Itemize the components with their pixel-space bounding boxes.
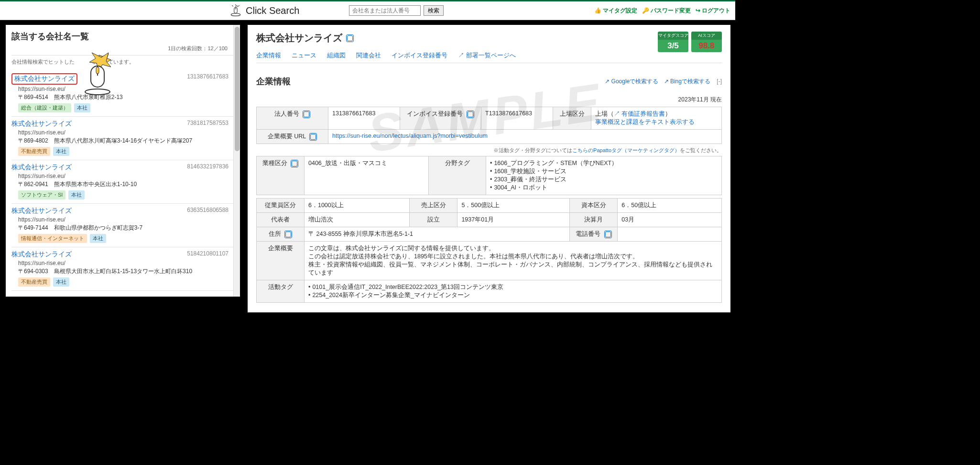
hojin-number: 6363516806588 (187, 207, 229, 213)
logout-link[interactable]: ↪ログアウト (696, 7, 730, 15)
company-name-link[interactable]: 株式会社サンライズ (11, 207, 72, 214)
tab-orgchart[interactable]: 組織図 (327, 51, 346, 60)
tab-news[interactable]: ニュース (292, 51, 316, 60)
value-fiscal-month: 03月 (618, 213, 722, 227)
copy-icon[interactable] (284, 231, 292, 238)
company-address: 〒694-0303 島根県大田市水上町白坏1-15-13タワー水上町白坏310 (18, 267, 237, 276)
thumbs-up-icon: 👍 (594, 7, 601, 14)
tab-invoice[interactable]: インボイス登録番号 (392, 51, 447, 60)
company-name-link[interactable]: 株式会社サンライズ (11, 73, 77, 85)
company-detail-panel: SAMPLE 株式会社サンライズ マイタグスコア 3/5 AIスコア 98.8 … (248, 25, 730, 312)
label-telephone: 電話番号 (576, 231, 600, 237)
field-tag-item: 2303_葬儀・終活サービス (490, 176, 718, 184)
external-link-icon: ↗ (614, 111, 620, 117)
search-input[interactable] (349, 5, 421, 16)
tab-related[interactable]: 関連会社 (356, 51, 381, 60)
top-links: 👍マイタグ設定 🔑パスワード変更 ↪ログアウト (594, 7, 730, 15)
value-invoice: T1313876617683 (481, 107, 553, 130)
category-badge: 本社 (74, 103, 90, 112)
label-field-tag: 分野タグ (429, 156, 486, 195)
value-activity-tags: 0101_展示会通信IT_2022_InterBEE2022:2023_第13回… (305, 280, 722, 303)
copy-icon[interactable] (303, 111, 310, 118)
value-industry: 0406_放送・出版・マスコミ (305, 156, 429, 195)
company-url: https://sun-rise.eu/ (18, 173, 237, 179)
google-search-link[interactable]: ↗ Googleで検索する (605, 78, 658, 85)
business-overview-link[interactable]: 事業概況と課題をテキスト表示する (595, 119, 695, 125)
tab-dept-list[interactable]: ↗ 部署一覧ページへ (458, 51, 516, 60)
value-employees: 6．1000以上 (305, 199, 410, 213)
company-address: 〒869-4802 熊本県八代郡氷川町高塚3-14-16ダイヤモンド高塚207 (18, 137, 237, 145)
field-tag-item: 3004_AI・ロボット (490, 184, 718, 192)
label-overview: 企業概要 (257, 242, 305, 280)
svg-line-3 (232, 5, 233, 6)
hojin-number: 1313876617683 (187, 73, 229, 80)
hojin-number: 5184210801107 (187, 250, 229, 257)
external-search-links: ↗ Googleで検索する ↗ Bingで検索する [-] (601, 78, 722, 86)
collapse-toggle[interactable]: [-] (717, 78, 722, 85)
field-tag-item: 1608_学校施設・サービス (490, 167, 718, 176)
value-representative: 増山浩次 (305, 213, 410, 227)
scrollbar[interactable] (233, 25, 240, 297)
search-button[interactable]: 検索 (424, 5, 444, 16)
hojin-number: 7381817587553 (187, 120, 229, 126)
hojin-number: 8146332197836 (187, 163, 229, 170)
overview-url-link[interactable]: https://sun-rise.eu/non/lectus/aliquam.j… (332, 133, 488, 139)
value-sales: 5．500億以上 (457, 199, 570, 213)
topbar: Click Search 検索 👍マイタグ設定 🔑パスワード変更 ↪ログアウト (0, 0, 735, 20)
password-change-link[interactable]: 🔑パスワード変更 (642, 7, 691, 15)
info-table-2: 業種区分 0406_放送・出版・マスコミ 分野タグ 1606_プログラミング・S… (256, 156, 722, 195)
copy-company-name-icon[interactable] (346, 34, 354, 42)
section-title: 企業情報 (256, 76, 291, 87)
company-title: 株式会社サンライズ (256, 32, 342, 44)
category-badge: 総合（建設・建築） (18, 103, 71, 112)
external-link-icon: ↗ (605, 78, 610, 85)
copy-icon[interactable] (604, 231, 612, 238)
mytag-settings-link[interactable]: 👍マイタグ設定 (594, 7, 637, 15)
key-icon: 🔑 (642, 7, 649, 14)
company-name-link[interactable]: 株式会社サンライズ (11, 120, 72, 127)
company-list-panel: 該当する会社名一覧 1日の検索回数：12／100 会社情報検索でヒットした 表示… (6, 25, 240, 297)
company-url: https://sun-rise.eu/ (18, 129, 237, 136)
as-of-date: 2023年11月 現在 (256, 96, 722, 104)
label-overview-url: 企業概要 URL (268, 133, 306, 140)
svg-line-4 (238, 5, 239, 6)
company-address: 〒862-0941 熊本県熊本市中央区出水1-10-10 (18, 180, 237, 188)
company-list-item: 株式会社サンライズ8146332197836https://sun-rise.e… (11, 160, 237, 204)
category-badge: 不動産売買 (18, 277, 50, 287)
ai-score-badge: AIスコア 98.8 (691, 32, 722, 52)
bing-search-link[interactable]: ↗ Bingで検索する (664, 78, 710, 85)
value-listing: 上場（↗ 有価証券報告書） 事業概況と課題をテキスト表示する (591, 107, 722, 130)
company-name-link[interactable]: 株式会社サンライズ (11, 163, 72, 171)
label-established: 設立 (410, 213, 457, 227)
value-field-tags: 1606_プログラミング・STEM（学びNEXT）1608_学校施設・サービス2… (486, 156, 722, 195)
mytag-score-badge: マイタグスコア 3/5 (658, 32, 688, 52)
activity-tag-item: 0101_展示会通信IT_2022_InterBEE2022:2023_第13回… (308, 283, 718, 291)
company-list-item: 株式会社サンライズ7381817587553https://sun-rise.e… (11, 117, 237, 160)
label-industry: 業種区分 (262, 160, 287, 166)
copy-icon[interactable] (467, 111, 474, 118)
category-badge: 本社 (90, 234, 106, 243)
copy-icon[interactable] (291, 160, 298, 167)
company-url: https://sun-rise.eu/ (18, 216, 237, 223)
company-name-link[interactable]: 株式会社サンライズ (11, 250, 72, 258)
logo: Click Search (229, 4, 299, 17)
detail-tabs: 企業情報 ニュース 組織図 関連会社 インボイス登録番号 ↗ 部署一覧ページへ (256, 51, 722, 63)
label-capital: 資本区分 (570, 199, 618, 213)
category-badge: 本社 (53, 147, 69, 156)
tab-company-info[interactable]: 企業情報 (256, 51, 281, 60)
info-table-1: 法人番号 1313876617683 インボイス登録番号 T1313876617… (256, 107, 722, 144)
field-tag-item: 1606_プログラミング・STEM（学びNEXT） (490, 159, 718, 167)
value-capital: 6．50億以上 (618, 199, 722, 213)
copy-icon[interactable] (309, 133, 317, 141)
securities-report-link[interactable]: 有価証券報告書 (621, 111, 665, 117)
company-list-item: 株式会社サンライズ6363516806588https://sun-rise.e… (11, 204, 237, 247)
scrollbar-thumb[interactable] (235, 27, 240, 151)
tag-note: ※活動タグ・分野タグについてはこちらのPapattoタグ（マーケティングタグ）を… (256, 147, 722, 154)
company-list-item: 株式会社サンライズ1313876617683https://sun-rise.e… (11, 70, 237, 117)
papatto-tag-link[interactable]: こちらのPapattoタグ（マーケティングタグ） (572, 147, 680, 153)
value-address: 〒 243-8555 神奈川県厚木市恩名5-1-1 (305, 227, 570, 242)
label-invoice: インボイス登録番号 (407, 111, 463, 117)
value-established: 1937年01月 (457, 213, 570, 227)
logo-text: Click Search (246, 5, 299, 16)
company-address: 〒869-4514 熊本県八代市泉町椎原2-13 (18, 93, 237, 101)
